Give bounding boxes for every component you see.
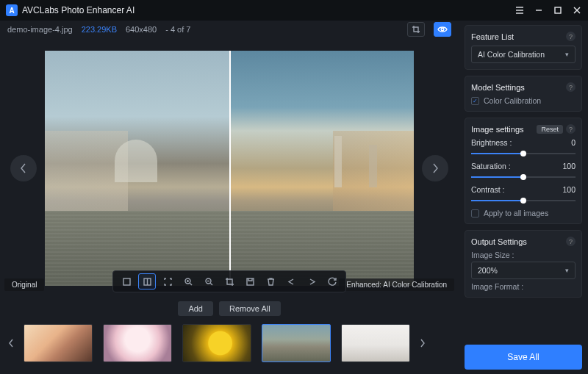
layout-split-icon[interactable] xyxy=(138,273,156,290)
image-size-select[interactable]: 200% ▾ xyxy=(471,262,576,279)
crop-tool-button[interactable] xyxy=(407,22,425,37)
filmstrip-next-button[interactable] xyxy=(416,332,429,354)
add-button[interactable]: Add xyxy=(178,301,213,316)
fit-screen-icon[interactable] xyxy=(159,273,176,290)
checkbox-empty-icon: ✓ xyxy=(471,209,479,217)
zoom-in-icon[interactable] xyxy=(179,273,197,290)
titlebar-left: A AVCLabs Photo Enhancer AI xyxy=(6,4,135,16)
svg-line-16 xyxy=(210,283,212,285)
brightness-value: 0 xyxy=(571,138,576,147)
filmstrip-prev-button[interactable] xyxy=(4,332,18,354)
file-name: demo-image-4.jpg xyxy=(7,25,73,34)
svg-rect-4 xyxy=(555,7,561,13)
app-title: AVCLabs Photo Enhancer AI xyxy=(22,5,135,15)
contrast-value: 100 xyxy=(562,185,576,194)
chevron-down-icon: ▾ xyxy=(565,267,569,274)
main-pane: demo-image-4.jpg 223.29KB 640x480 - 4 of… xyxy=(0,21,459,374)
file-index: - 4 of 7 xyxy=(165,25,190,34)
preview-toggle-button[interactable] xyxy=(434,22,451,37)
thumbnail[interactable] xyxy=(24,324,93,362)
file-size: 223.29KB xyxy=(82,25,117,34)
apply-all-label: Apply to all images xyxy=(484,209,548,217)
feature-select[interactable]: AI Color Calibration ▾ xyxy=(471,46,576,63)
help-icon[interactable]: ? xyxy=(566,82,576,92)
menu-icon[interactable] xyxy=(514,5,525,15)
contrast-slider[interactable] xyxy=(471,197,576,204)
svg-line-12 xyxy=(190,283,192,285)
layout-single-icon[interactable] xyxy=(118,273,135,290)
color-calibration-row[interactable]: ✓ Color Calibration xyxy=(471,96,576,105)
minimize-icon[interactable] xyxy=(534,5,544,15)
infobar: demo-image-4.jpg 223.29KB 640x480 - 4 of… xyxy=(0,21,459,38)
contrast-label: Contrast : xyxy=(471,185,505,194)
saturation-label: Saturation : xyxy=(471,162,511,170)
image-size-label: Image Size : xyxy=(471,251,576,259)
thumbnail[interactable] xyxy=(103,324,172,362)
filmstrip xyxy=(0,320,459,366)
viewer-toolbar xyxy=(112,270,346,292)
add-remove-bar: Add Remove All xyxy=(0,301,459,316)
image-size-value: 200% xyxy=(478,266,498,275)
thumbnails xyxy=(24,324,410,362)
refresh-icon[interactable] xyxy=(323,273,341,290)
zoom-out-icon[interactable] xyxy=(200,273,218,290)
original-label: Original xyxy=(4,278,44,291)
saturation-slider[interactable] xyxy=(471,173,576,181)
next-image-button[interactable] xyxy=(422,155,448,181)
thumbnail[interactable] xyxy=(262,324,331,362)
crop-icon[interactable] xyxy=(220,273,238,290)
app-logo: A xyxy=(6,4,18,16)
image-settings-title: Image settings xyxy=(471,125,524,134)
close-icon[interactable] xyxy=(572,5,582,15)
titlebar-right xyxy=(514,5,582,15)
comparison-slider[interactable] xyxy=(229,51,231,286)
image-settings-panel: Image settings Reset ? Brightness : 0 Sa… xyxy=(465,118,582,224)
brightness-label: Brightness : xyxy=(471,138,512,147)
saturation-value: 100 xyxy=(562,162,576,170)
help-icon[interactable]: ? xyxy=(566,124,576,134)
svg-point-7 xyxy=(441,28,444,31)
brightness-slider[interactable] xyxy=(471,150,576,157)
model-settings-panel: Model Settings ? ✓ Color Calibration xyxy=(465,76,582,112)
chevron-down-icon: ▾ xyxy=(565,51,569,58)
image-format-label: Image Format : xyxy=(471,282,576,291)
maximize-icon[interactable] xyxy=(553,5,563,15)
prev-image-button[interactable] xyxy=(10,155,37,181)
output-settings-panel: Output Settings ? Image Size : 200% ▾ Im… xyxy=(465,230,582,298)
sidebar: Feature List ? AI Color Calibration ▾ Mo… xyxy=(459,21,588,374)
delete-icon[interactable] xyxy=(262,273,279,290)
apply-all-row[interactable]: ✓ Apply to all images xyxy=(471,209,576,217)
feature-list-panel: Feature List ? AI Color Calibration ▾ xyxy=(465,25,582,70)
model-item-label: Color Calibration xyxy=(484,96,541,105)
viewer: Original Enhanced: AI Color Calibration xyxy=(7,40,451,297)
feature-selected: AI Color Calibration xyxy=(478,50,545,59)
save-icon[interactable] xyxy=(241,273,259,290)
undo-icon[interactable] xyxy=(282,273,300,290)
svg-rect-8 xyxy=(123,278,130,285)
reset-button[interactable]: Reset xyxy=(537,125,563,134)
model-settings-title: Model Settings xyxy=(471,83,525,92)
redo-icon[interactable] xyxy=(303,273,320,290)
comparison-image[interactable] xyxy=(45,51,414,286)
output-settings-title: Output Settings xyxy=(471,237,527,246)
titlebar: A AVCLabs Photo Enhancer AI xyxy=(0,0,588,21)
checkbox-checked-icon: ✓ xyxy=(471,97,479,105)
file-dims: 640x480 xyxy=(126,25,157,34)
enhanced-label: Enhanced: AI Color Calibration xyxy=(339,278,454,291)
save-all-button[interactable]: Save All xyxy=(465,345,582,370)
remove-all-button[interactable]: Remove All xyxy=(219,301,281,316)
help-icon[interactable]: ? xyxy=(566,32,576,41)
help-icon[interactable]: ? xyxy=(566,237,576,246)
thumbnail[interactable] xyxy=(341,324,410,362)
thumbnail[interactable] xyxy=(182,324,251,362)
feature-list-title: Feature List xyxy=(471,32,514,41)
